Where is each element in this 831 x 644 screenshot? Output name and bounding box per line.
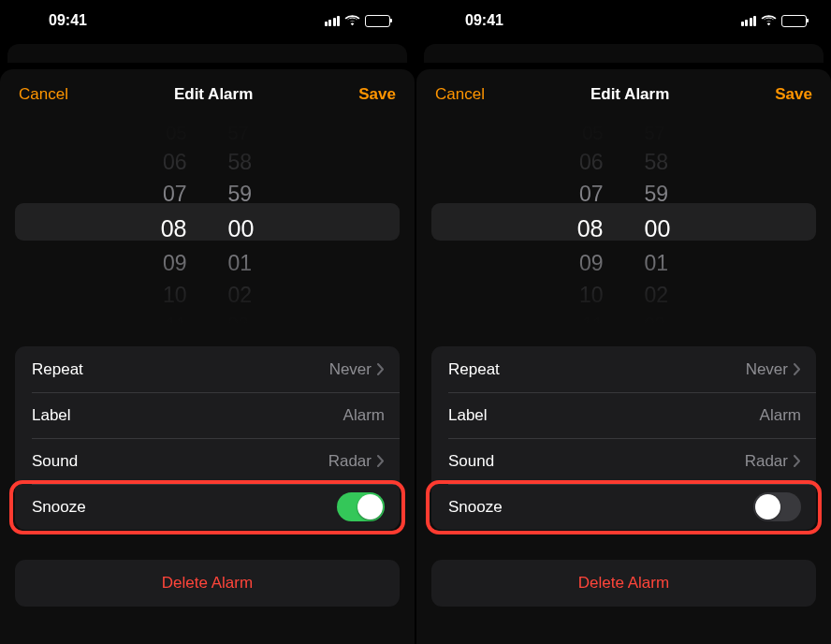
picker-hour-selected: 08 bbox=[161, 210, 187, 247]
row-label[interactable]: Label Alarm bbox=[431, 392, 816, 438]
row-repeat-value: Never bbox=[329, 360, 372, 379]
picker-minute-item: 01 bbox=[645, 247, 669, 279]
row-repeat[interactable]: Repeat Never bbox=[431, 346, 816, 392]
wifi-icon bbox=[761, 15, 777, 26]
picker-hour-item: 07 bbox=[163, 178, 187, 210]
battery-icon bbox=[365, 15, 390, 27]
save-button[interactable]: Save bbox=[358, 85, 396, 104]
row-label[interactable]: Label Alarm bbox=[15, 392, 400, 438]
sheet-bg-card bbox=[0, 41, 415, 63]
picker-minute-item: 59 bbox=[645, 178, 669, 210]
picker-minute-item: 03 bbox=[645, 311, 665, 324]
snooze-toggle[interactable] bbox=[753, 492, 801, 521]
picker-minute-selected: 00 bbox=[645, 210, 671, 247]
chevron-right-icon bbox=[794, 455, 801, 467]
chevron-right-icon bbox=[377, 363, 385, 375]
status-bar: 09:41 bbox=[416, 0, 831, 41]
row-snooze-label: Snooze bbox=[448, 498, 503, 517]
picker-hour-item: 09 bbox=[163, 247, 187, 279]
edit-alarm-sheet: Cancel Edit Alarm Save 05 06 07 08 09 10… bbox=[0, 69, 415, 644]
picker-minute-item: 02 bbox=[228, 279, 253, 311]
row-snooze-label: Snooze bbox=[32, 498, 86, 517]
wifi-icon bbox=[344, 15, 360, 26]
row-sound[interactable]: Sound Radar bbox=[431, 438, 816, 484]
picker-hour-item: 10 bbox=[163, 279, 187, 311]
settings-list: Repeat Never Label Alarm Sound Radar bbox=[431, 346, 816, 530]
cancel-button[interactable]: Cancel bbox=[435, 85, 485, 104]
edit-alarm-sheet: Cancel Edit Alarm Save 05 06 07 08 09 10… bbox=[416, 69, 831, 644]
row-repeat-value: Never bbox=[746, 360, 788, 379]
nav-title: Edit Alarm bbox=[174, 85, 253, 104]
picker-minute-item: 57 bbox=[228, 120, 249, 146]
row-label-label: Label bbox=[448, 406, 488, 425]
row-snooze: Snooze bbox=[15, 484, 400, 530]
cancel-button[interactable]: Cancel bbox=[19, 85, 68, 104]
row-sound-label: Sound bbox=[32, 452, 78, 471]
chevron-right-icon bbox=[377, 455, 385, 467]
picker-hour-item: 06 bbox=[579, 146, 604, 178]
picker-minute-item: 58 bbox=[228, 146, 253, 178]
cellular-icon bbox=[325, 16, 341, 26]
row-label-value: Alarm bbox=[760, 406, 801, 425]
chevron-right-icon bbox=[794, 363, 801, 375]
settings-list: Repeat Never Label Alarm Sound Radar bbox=[15, 346, 400, 530]
row-sound[interactable]: Sound Radar bbox=[15, 438, 400, 484]
picker-hour-item: 11 bbox=[166, 311, 186, 324]
status-time: 09:41 bbox=[49, 12, 87, 29]
picker-hour-item: 05 bbox=[582, 120, 603, 146]
status-time: 09:41 bbox=[465, 12, 503, 29]
nav-bar: Cancel Edit Alarm Save bbox=[416, 69, 831, 120]
row-snooze: Snooze bbox=[431, 484, 816, 530]
status-icons bbox=[741, 15, 808, 27]
picker-hour-item: 07 bbox=[579, 178, 604, 210]
picker-minute-item: 59 bbox=[228, 178, 253, 210]
picker-minute-item: 58 bbox=[645, 146, 669, 178]
minute-column[interactable]: 57 58 59 00 01 02 03 bbox=[208, 120, 401, 324]
nav-bar: Cancel Edit Alarm Save bbox=[0, 69, 415, 120]
time-picker[interactable]: 05 06 07 08 09 10 11 57 58 59 00 01 02 0… bbox=[431, 120, 816, 324]
hour-column[interactable]: 05 06 07 08 09 10 11 bbox=[15, 120, 208, 324]
picker-hour-item: 09 bbox=[579, 247, 604, 279]
picker-hour-selected: 08 bbox=[577, 210, 604, 247]
hour-column[interactable]: 05 06 07 08 09 10 11 bbox=[431, 120, 624, 324]
row-sound-value: Radar bbox=[745, 452, 788, 471]
snooze-toggle[interactable] bbox=[337, 492, 385, 521]
delete-alarm-button[interactable]: Delete Alarm bbox=[15, 560, 400, 607]
picker-hour-item: 10 bbox=[579, 279, 604, 311]
picker-hour-item: 05 bbox=[166, 120, 186, 146]
picker-minute-item: 03 bbox=[228, 311, 249, 324]
sheet-bg-card bbox=[416, 41, 831, 63]
screen-right: 09:41 Cancel Edit Alarm Save 05 06 07 bbox=[416, 0, 831, 644]
status-icons bbox=[325, 15, 391, 27]
row-sound-label: Sound bbox=[448, 452, 494, 471]
nav-title: Edit Alarm bbox=[590, 85, 669, 104]
picker-hour-item: 06 bbox=[163, 146, 187, 178]
picker-minute-selected: 00 bbox=[228, 210, 255, 247]
row-label-value: Alarm bbox=[343, 406, 385, 425]
cellular-icon bbox=[741, 16, 757, 26]
picker-minute-item: 57 bbox=[645, 120, 665, 146]
minute-column[interactable]: 57 58 59 00 01 02 03 bbox=[624, 120, 817, 324]
row-repeat-label: Repeat bbox=[448, 360, 500, 379]
row-label-label: Label bbox=[32, 406, 71, 425]
delete-alarm-button[interactable]: Delete Alarm bbox=[431, 560, 816, 607]
row-sound-value: Radar bbox=[328, 452, 372, 471]
status-bar: 09:41 bbox=[0, 0, 415, 41]
time-picker[interactable]: 05 06 07 08 09 10 11 57 58 59 00 01 02 0… bbox=[15, 120, 400, 324]
battery-icon bbox=[781, 15, 807, 27]
row-repeat[interactable]: Repeat Never bbox=[15, 346, 400, 392]
picker-hour-item: 11 bbox=[582, 311, 603, 324]
row-repeat-label: Repeat bbox=[32, 360, 83, 379]
picker-minute-item: 01 bbox=[228, 247, 253, 279]
screen-left: 09:41 Cancel Edit Alarm Save 05 06 07 bbox=[0, 0, 415, 644]
picker-minute-item: 02 bbox=[645, 279, 669, 311]
save-button[interactable]: Save bbox=[775, 85, 812, 104]
